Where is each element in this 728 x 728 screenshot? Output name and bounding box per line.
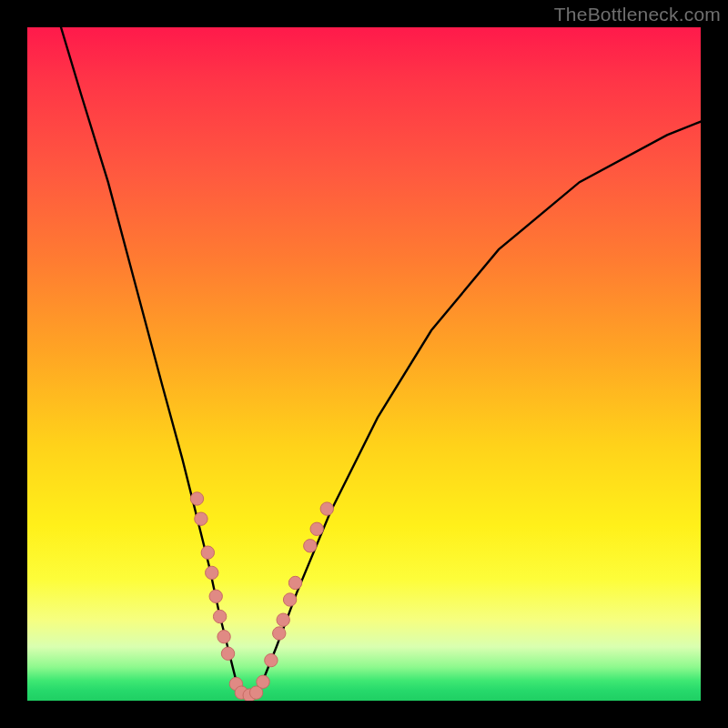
curve-marker (320, 502, 333, 515)
curve-marker (206, 566, 218, 579)
curve-marker (201, 546, 214, 559)
curve-marker (213, 610, 226, 622)
curve-marker (209, 590, 222, 602)
curve-markers (190, 492, 333, 701)
curve-marker (277, 613, 289, 626)
curve-marker (283, 593, 296, 606)
bottleneck-curve-svg (27, 27, 701, 701)
curve-marker (221, 647, 234, 660)
curve-marker (190, 492, 203, 505)
curve-marker (195, 512, 207, 525)
curve-marker (273, 627, 286, 640)
curve-marker (217, 631, 230, 643)
chart-frame: TheBottleneck.com (0, 0, 728, 728)
bottleneck-curve (61, 27, 701, 697)
curve-marker (310, 522, 323, 535)
curve-marker (257, 675, 269, 688)
curve-marker (304, 540, 317, 552)
chart-plot-area (27, 27, 701, 701)
watermark-text: TheBottleneck.com (554, 4, 721, 25)
curve-marker (265, 653, 278, 666)
curve-marker (288, 576, 301, 589)
